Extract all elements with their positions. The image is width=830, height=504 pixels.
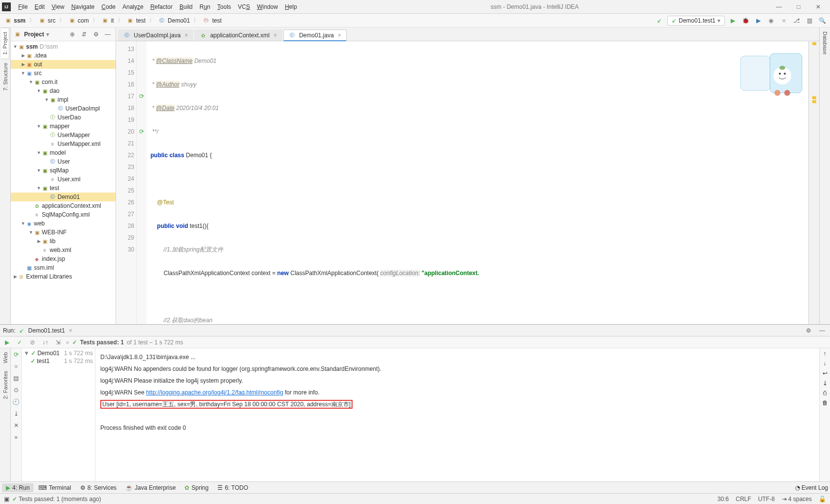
- status-line-sep[interactable]: CRLF: [736, 496, 751, 503]
- tree-userxml[interactable]: ≡User.xml: [11, 175, 116, 184]
- tree-indexjsp[interactable]: ◆index.jsp: [11, 254, 116, 263]
- code-editor[interactable]: * @ClassName Demo01 * @Author shuyy * @D…: [147, 41, 808, 324]
- up-icon[interactable]: ↑: [824, 350, 827, 357]
- hide-icon[interactable]: —: [817, 326, 827, 336]
- crumb-method[interactable]: ⓜtest: [201, 17, 223, 24]
- menu-run[interactable]: Run: [196, 3, 214, 10]
- tab-demo01[interactable]: ⒸDemo01.java×: [283, 29, 347, 41]
- crumb-demo01[interactable]: ⒸDemo01: [157, 17, 191, 24]
- gutter-icons[interactable]: ⟳ ⟳: [137, 41, 147, 324]
- tree-usermapperxml[interactable]: ≡UserMapper.xml: [11, 140, 116, 148]
- status-encoding[interactable]: UTF-8: [758, 496, 775, 503]
- profile-button[interactable]: ◉: [766, 16, 776, 26]
- maximize-button[interactable]: □: [789, 1, 808, 13]
- menu-build[interactable]: Build: [176, 3, 196, 10]
- crumb-it[interactable]: ▣it: [100, 17, 116, 24]
- toggle-passed-icon[interactable]: ✓: [15, 337, 25, 347]
- btab-services[interactable]: ⚙8: Services: [76, 483, 120, 492]
- run-config-selector[interactable]: ↙Demo01.test1▾: [667, 16, 725, 26]
- vcs-icon[interactable]: ⎇: [792, 16, 801, 26]
- tree-demo01[interactable]: ⒸDemo01: [11, 193, 116, 201]
- run-button[interactable]: ▶: [728, 16, 738, 26]
- expand-icon[interactable]: ⇲: [53, 337, 63, 347]
- console-link[interactable]: http://logging.apache.org/log4j/1.2/faq.…: [146, 389, 283, 396]
- tab-favorites[interactable]: 2: Favorites: [1, 367, 9, 403]
- crumb-src[interactable]: ▣src: [37, 17, 57, 24]
- tree-webinf[interactable]: ▼▣WEB-INF: [11, 228, 116, 237]
- console-output[interactable]: D:\Java\jdk1.8.0_131\bin\java.exe ... lo…: [95, 348, 819, 481]
- tree-user[interactable]: ⒸUser: [11, 157, 116, 166]
- test-node-demo01[interactable]: ▼✓Demo011 s 722 ms: [23, 349, 94, 357]
- tab-appctx[interactable]: ✿applicationContext.xml×: [194, 29, 282, 41]
- test-node-test1[interactable]: ✓test11 s 722 ms: [23, 357, 94, 365]
- menu-refactor[interactable]: Refactor: [147, 3, 176, 10]
- tree-root[interactable]: ▼▣ssm D:\ssm: [11, 42, 116, 51]
- stop-icon[interactable]: ■: [12, 362, 21, 371]
- gear-icon[interactable]: ⚙: [91, 29, 101, 39]
- tree-dao[interactable]: ▼▣dao: [11, 86, 116, 95]
- event-log-button[interactable]: ◔ Event Log: [795, 484, 828, 491]
- tree-src[interactable]: ▼▣src: [11, 69, 116, 78]
- print-icon[interactable]: ⎙: [823, 390, 827, 396]
- close-icon[interactable]: ×: [184, 32, 188, 39]
- btab-java-enterprise[interactable]: ☕Java Enterprise: [121, 483, 179, 492]
- crumb-test[interactable]: ▣test: [125, 17, 147, 24]
- line-gutter[interactable]: 131415161718192021222324252627282930: [116, 41, 137, 324]
- down-icon[interactable]: ↓: [824, 360, 827, 367]
- run-gutter-icon[interactable]: ⟳: [139, 128, 144, 135]
- search-icon[interactable]: 🔍: [817, 16, 827, 26]
- gear-icon[interactable]: ⚙: [803, 326, 813, 336]
- tree-comit[interactable]: ▼▣com.it: [11, 78, 116, 86]
- menu-tools[interactable]: Tools: [214, 3, 235, 10]
- rerun-icon[interactable]: ⟳: [12, 350, 21, 359]
- tree-userdaoimpl[interactable]: ⒸUserDaoImpl: [11, 104, 116, 113]
- wrap-icon[interactable]: ↩: [823, 370, 828, 377]
- menu-help[interactable]: Help: [281, 3, 300, 10]
- tree-impl[interactable]: ▼▣impl: [11, 95, 116, 104]
- debug-button[interactable]: 🐞: [741, 16, 750, 26]
- scroll-icon[interactable]: ⤓: [823, 380, 828, 387]
- stop-button[interactable]: ■: [779, 16, 789, 26]
- crumb-com[interactable]: ▣com: [67, 17, 90, 24]
- export-icon[interactable]: ⤓: [12, 409, 21, 418]
- project-tree[interactable]: ▼▣ssm D:\ssm ▶▣.idea ▶▣out ▼▣src ▼▣com.i…: [11, 41, 116, 324]
- close-icon[interactable]: ×: [273, 32, 277, 39]
- tree-idea[interactable]: ▶▣.idea: [11, 51, 116, 60]
- menu-code[interactable]: Code: [98, 3, 119, 10]
- tree-webxml[interactable]: ≡web.xml: [11, 246, 116, 254]
- test-tree[interactable]: ▼✓Demo011 s 722 ms ✓test11 s 722 ms: [22, 348, 95, 481]
- tree-userdao[interactable]: ⒾUserDao: [11, 113, 116, 122]
- rerun-icon[interactable]: ▶: [2, 337, 12, 347]
- pin-icon[interactable]: ⊙: [12, 386, 21, 394]
- hide-icon[interactable]: —: [103, 29, 113, 39]
- tree-model[interactable]: ▼▣model: [11, 148, 116, 157]
- clear-icon[interactable]: 🗑: [822, 399, 828, 406]
- collapse-icon[interactable]: ⇵: [79, 29, 89, 39]
- layout-icon[interactable]: ▤: [12, 374, 21, 383]
- structure-icon[interactable]: ▥: [804, 16, 814, 26]
- locate-icon[interactable]: ⊕: [67, 29, 77, 39]
- menu-edit[interactable]: Edit: [31, 3, 48, 10]
- status-tool-window-icon[interactable]: ▣: [4, 496, 9, 503]
- tree-sqlmap[interactable]: ▼▣sqlMap: [11, 166, 116, 175]
- tab-userdaoimpl[interactable]: ⒸUserDaoImpl.java×: [118, 29, 193, 41]
- sort-icon[interactable]: ↓↑: [40, 337, 50, 347]
- tree-extlib[interactable]: ▶⊞External Libraries: [11, 272, 116, 281]
- close-icon[interactable]: ×: [338, 32, 341, 39]
- tab-database[interactable]: Database: [821, 28, 829, 58]
- tree-out[interactable]: ▶▣out: [11, 60, 116, 69]
- tree-usermapper[interactable]: ⒾUserMapper: [11, 131, 116, 140]
- status-position[interactable]: 30:6: [717, 496, 729, 503]
- btab-terminal[interactable]: ⌨Terminal: [34, 483, 75, 492]
- tree-lib[interactable]: ▶▣lib: [11, 237, 116, 246]
- minimize-button[interactable]: —: [769, 1, 789, 13]
- status-lock-icon[interactable]: 🔓: [819, 496, 826, 503]
- tree-test[interactable]: ▼▣test: [11, 184, 116, 193]
- menu-window[interactable]: Window: [253, 3, 281, 10]
- run-panel-tab[interactable]: Demo01.test1: [28, 327, 65, 334]
- tab-structure[interactable]: 7: Structure: [1, 59, 9, 95]
- tree-ssmiml[interactable]: ▦ssm.iml: [11, 263, 116, 272]
- tab-web[interactable]: Web: [1, 348, 9, 367]
- more-icon[interactable]: »: [12, 433, 21, 442]
- menu-vcs[interactable]: VCS: [235, 3, 254, 10]
